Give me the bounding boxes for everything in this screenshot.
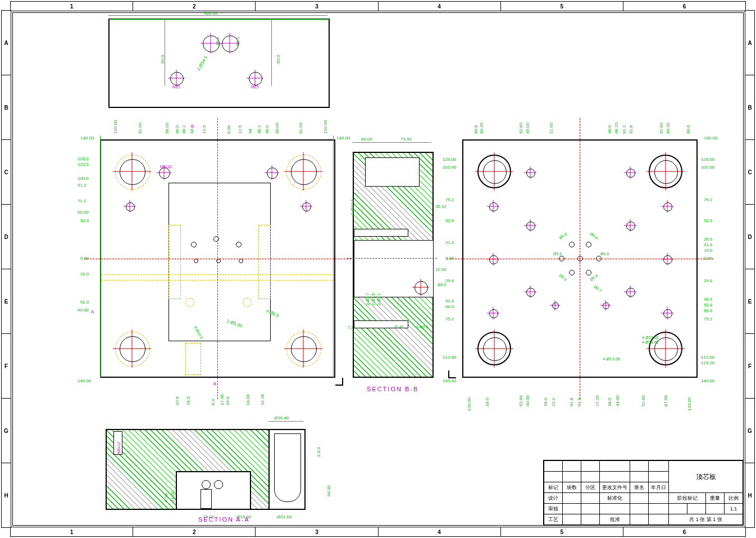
cutout (365, 157, 420, 187)
dowel (236, 242, 242, 247)
dim: 80.6 (473, 125, 479, 134)
dim: 21.6 (704, 242, 713, 247)
dim: 36.2 (257, 125, 262, 134)
dim: 52.60 (518, 395, 523, 406)
section-arrow-a: A (91, 309, 94, 314)
dowel (213, 236, 219, 242)
dim: 112.00 (443, 355, 456, 360)
center-mark (663, 309, 671, 317)
row-label: H (2, 463, 11, 527)
dim: 75.2 (704, 197, 713, 202)
dim-ext (268, 421, 303, 422)
dim: 4-Ø10.5 (350, 199, 355, 215)
note: M8x12 (160, 165, 172, 169)
dim: 140.00 (336, 135, 350, 141)
dim: 118.20 (701, 360, 714, 365)
center-mark (526, 169, 534, 177)
dim: 71.2 (78, 198, 86, 204)
tb-approve: 批准 (600, 514, 630, 525)
center-mark (126, 202, 134, 210)
right-plan-view: Ø5.6 Ø5.6 Ø5.6 Ø6.8 Ø5.6 Ø2.7 Ø5.6 (462, 139, 698, 378)
dim: 60.0 (445, 304, 454, 309)
dim: 46.0 (265, 125, 270, 134)
dowel (185, 298, 194, 307)
col-label: 5 (501, 527, 623, 536)
dim: 8.00 (163, 493, 168, 502)
centerline-v (217, 118, 218, 399)
center-mark (663, 255, 671, 263)
dim: 52.60 (518, 123, 523, 134)
dowel (586, 270, 591, 275)
drawing-sheet: 1 2 3 4 5 6 1 2 3 4 5 6 A B C D E F G H … (0, 0, 756, 538)
dim: 91.00 (298, 123, 303, 134)
col-label: 1 (11, 527, 133, 536)
dim: 60.00 (78, 308, 89, 313)
dim: 48.20 (614, 123, 619, 134)
note: 4-Ø33.60 (642, 336, 658, 340)
center-mark (603, 302, 608, 308)
orient-mark (335, 378, 343, 386)
radius: Ø5.6 (558, 232, 567, 239)
row-label: A (745, 11, 754, 75)
dim: 29.6 (704, 278, 713, 283)
overall-dim-line (108, 15, 327, 16)
section-label-aa: SECTION A-A (198, 516, 250, 523)
dim-left-gap: 60.0 (160, 55, 165, 64)
col-label: 1 (11, 2, 133, 11)
dim: 52.0 (704, 218, 713, 223)
dim-ext (100, 135, 101, 377)
inner-frame: 360.00 60.0 60.0 18.1 56.1 2-Ø34.5 M25 M… (12, 12, 744, 526)
section-bb-view (353, 152, 434, 378)
dim: 80.35 (666, 123, 671, 134)
dim: Ø31.60 (277, 514, 292, 519)
aux-top-view (108, 19, 330, 108)
dim: 0.00 (445, 256, 454, 261)
radius: Ø5.6 (558, 273, 567, 281)
row-label: D (2, 205, 11, 269)
dim: 18.0 (485, 397, 490, 406)
center-mark (663, 202, 671, 210)
dim: 39.0 (543, 397, 548, 406)
tb-row: 审核 (544, 504, 563, 514)
tb-row: 设计 (544, 493, 563, 504)
dim: 6.00 (226, 125, 231, 134)
dim: 60.0 (704, 308, 713, 313)
dim: 52.0 (80, 218, 89, 223)
slot (354, 229, 408, 237)
dim: 140.00 (78, 378, 91, 383)
hidden-slot (168, 225, 181, 299)
center-mark (286, 155, 320, 188)
section-label-bb: SECTION B-B (367, 386, 418, 392)
dim: 112.00 (701, 355, 714, 360)
orient-mark (448, 370, 456, 378)
dim: 28.0 (704, 237, 713, 242)
hidden-slot (185, 343, 201, 375)
dowel (569, 242, 575, 247)
bore (274, 433, 301, 502)
center-mark (302, 202, 310, 210)
tb-col2: 阶段标记 (669, 493, 706, 504)
dim: 120.00 (687, 397, 692, 411)
dim: 140.00 (704, 135, 717, 141)
ruler-bottom: 1 2 3 4 5 6 (10, 527, 746, 537)
dim: 91.2 (622, 125, 627, 134)
dim: 75.2 (445, 317, 454, 322)
dim: 48.4 (704, 297, 713, 302)
ruler-left: A B C D E F G H (1, 10, 11, 528)
tb-col2: 比例 (725, 493, 743, 504)
dim: 20.0 (80, 272, 89, 277)
col-label: 5 (501, 2, 623, 11)
dim: 75.2 (704, 317, 713, 322)
center-mark (267, 168, 277, 178)
dim: 12.5 (238, 125, 243, 134)
dim: 32.78 (260, 394, 265, 405)
hole (214, 480, 223, 489)
centerline-v (580, 118, 580, 399)
dim: 46.0 (175, 125, 180, 134)
dim: 52.8 (704, 302, 713, 308)
col-label: 3 (256, 2, 378, 11)
dim-ext (165, 19, 165, 86)
center-mark (159, 168, 169, 178)
dim: 60.00 (361, 137, 372, 142)
dim: 52.60 (641, 395, 646, 406)
